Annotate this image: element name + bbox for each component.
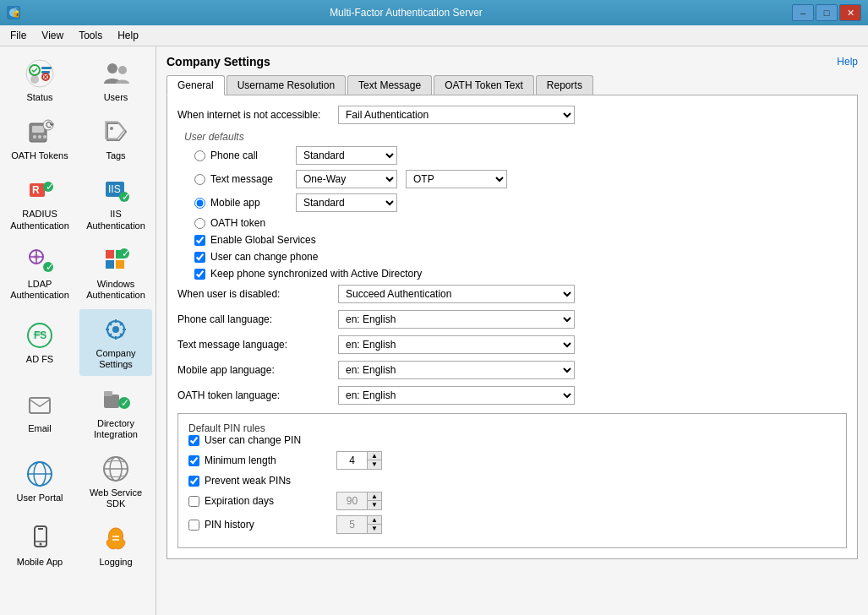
user-can-change-pin-checkbox[interactable] <box>188 435 199 446</box>
tab-oath-token-text[interactable]: OATH Token Text <box>434 75 534 95</box>
svg-text:✓: ✓ <box>121 397 129 409</box>
text-message-radio[interactable] <box>194 174 205 185</box>
text-message-row: Text message One-Way Two-Way OTP PIN+OTP… <box>194 170 847 188</box>
minimum-length-input[interactable] <box>336 451 367 470</box>
pin-history-label: PIN history <box>205 519 331 531</box>
oath-token-radio[interactable] <box>194 218 205 229</box>
expiration-days-spinbox: ▲ ▼ <box>336 492 382 510</box>
user-defaults-label: User defaults <box>184 131 244 143</box>
mobile-app-select[interactable]: Standard Custom <box>296 193 397 212</box>
pin-history-input[interactable] <box>336 515 367 534</box>
mobile-app-language-select[interactable]: en: English fr: French de: German es: Sp… <box>338 361 575 379</box>
svg-text:✓: ✓ <box>46 181 54 193</box>
prevent-weak-pins-label: Prevent weak PINs <box>205 475 291 487</box>
sidebar-item-ldap[interactable]: ✓ LDAP Authentication <box>3 240 76 306</box>
pin-history-down-arrow[interactable]: ▼ <box>368 525 381 533</box>
phone-call-language-row: Phone call language: en: English fr: Fre… <box>177 310 847 329</box>
oath-token-language-label: OATH token language: <box>177 389 338 401</box>
sidebar-item-websdk[interactable]: Web Service SDK <box>79 449 152 514</box>
tags-icon <box>101 117 131 147</box>
directory-icon: ✓ <box>101 384 131 415</box>
expiration-days-up-arrow[interactable]: ▲ <box>368 493 381 501</box>
internet-not-accessible-row: When internet is not accessible: Fail Au… <box>177 106 847 124</box>
restore-button[interactable]: □ <box>816 4 838 21</box>
internet-not-accessible-select[interactable]: Fail Authentication Succeed Authenticati… <box>338 106 575 124</box>
phone-call-radio[interactable] <box>194 150 205 161</box>
pin-rules-label: Default PIN rules <box>188 422 265 434</box>
keep-phone-synced-checkbox[interactable] <box>194 269 205 280</box>
close-button[interactable]: ✕ <box>839 4 861 21</box>
sidebar-item-radius-label: RADIUS Authentication <box>7 209 73 231</box>
sidebar-item-tags[interactable]: Tags <box>79 112 152 166</box>
sidebar-item-email-label: Email <box>28 423 52 434</box>
user-can-change-phone-checkbox[interactable] <box>194 252 205 263</box>
text-message-mode-select[interactable]: One-Way Two-Way <box>296 170 397 188</box>
sidebar-item-mobile-label: Mobile App <box>17 557 63 568</box>
svg-point-16 <box>43 135 46 139</box>
help-link[interactable]: Help <box>837 56 858 68</box>
svg-rect-44 <box>104 395 119 408</box>
menu-tools[interactable]: Tools <box>72 27 109 44</box>
sidebar-item-status[interactable]: Status <box>3 53 76 108</box>
text-message-type-select[interactable]: OTP PIN+OTP Custom <box>406 170 507 188</box>
pin-history-checkbox[interactable] <box>188 520 199 531</box>
minimize-button[interactable]: – <box>792 4 814 21</box>
user-defaults-group: Phone call Standard Custom Text message <box>194 146 847 229</box>
prevent-weak-pins-checkbox[interactable] <box>188 476 199 487</box>
expiration-days-checkbox[interactable] <box>188 496 199 507</box>
ldap-icon: ✓ <box>25 245 55 275</box>
sidebar-item-windows[interactable]: ✓ Windows Authentication <box>79 240 152 306</box>
sidebar-item-oath-label: OATH Tokens <box>11 150 68 161</box>
text-message-label: Text message <box>210 173 291 185</box>
pin-history-up-arrow[interactable]: ▲ <box>368 516 381 525</box>
window-title: Multi-Factor Authentication Server <box>20 7 792 19</box>
tabs: General Username Resolution Text Message… <box>167 75 858 95</box>
tab-reports[interactable]: Reports <box>536 75 593 95</box>
email-icon <box>25 389 55 420</box>
keep-phone-synced-label: Keep phone synchronized with Active Dire… <box>210 268 422 280</box>
sidebar-item-mobile[interactable]: Mobile App <box>3 518 76 573</box>
oath-token-row: OATH token <box>194 217 847 229</box>
expiration-days-input[interactable] <box>336 492 367 510</box>
sidebar-item-portal[interactable]: User Portal <box>3 449 76 514</box>
sidebar-item-adfs[interactable]: FS AD FS <box>3 309 76 375</box>
tab-text-message[interactable]: Text Message <box>347 75 432 95</box>
minimum-length-checkbox[interactable] <box>188 455 199 466</box>
menu-help[interactable]: Help <box>111 27 145 44</box>
sidebar-item-users-label: Users <box>104 92 128 103</box>
sidebar-item-radius[interactable]: R ✓ RADIUS Authentication <box>3 170 76 236</box>
minimum-length-up-arrow[interactable]: ▲ <box>368 452 381 460</box>
mobile-app-radio[interactable] <box>194 198 205 209</box>
sidebar-item-email[interactable]: Email <box>3 379 76 445</box>
sidebar-item-iis[interactable]: IIS ✓ IIS Authentication <box>79 170 152 236</box>
sidebar-item-users[interactable]: Users <box>79 53 152 108</box>
app-icon: 🔒 <box>7 6 20 19</box>
user-can-change-pin-label: User can change PIN <box>205 434 301 446</box>
minimum-length-down-arrow[interactable]: ▼ <box>368 460 381 469</box>
mobile-app-language-row: Mobile app language: en: English fr: Fre… <box>177 361 847 379</box>
minimum-length-row: Minimum length ▲ ▼ <box>188 451 836 470</box>
enable-global-services-checkbox[interactable] <box>194 235 205 246</box>
phone-call-select[interactable]: Standard Custom <box>296 146 397 165</box>
svg-point-19 <box>110 127 113 130</box>
menu-bar: File View Tools Help <box>0 25 868 46</box>
tab-username-resolution[interactable]: Username Resolution <box>227 75 346 95</box>
expiration-days-down-arrow[interactable]: ▼ <box>368 501 381 509</box>
phone-call-language-select[interactable]: en: English fr: French de: German es: Sp… <box>338 310 575 329</box>
text-message-language-select[interactable]: en: English fr: French de: German es: Sp… <box>338 335 575 354</box>
iis-icon: IIS ✓ <box>101 175 131 205</box>
menu-view[interactable]: View <box>35 27 70 44</box>
when-user-disabled-select[interactable]: Succeed Authentication Fail Authenticati… <box>338 285 575 303</box>
minimum-length-label: Minimum length <box>205 454 331 466</box>
oath-token-label: OATH token <box>210 217 291 229</box>
tab-general[interactable]: General <box>167 75 225 95</box>
portal-icon <box>25 459 55 489</box>
pin-history-spinbox: ▲ ▼ <box>336 515 382 534</box>
menu-file[interactable]: File <box>3 27 33 44</box>
sidebar-item-directory[interactable]: ✓ Directory Integration <box>79 379 152 445</box>
expiration-days-label: Expiration days <box>205 495 331 507</box>
sidebar-item-company[interactable]: Company Settings <box>79 309 152 375</box>
sidebar-item-logging[interactable]: Logging <box>79 518 152 573</box>
sidebar-item-oath-tokens[interactable]: ⟳ OATH Tokens <box>3 112 76 166</box>
oath-token-language-select[interactable]: en: English fr: French de: German es: Sp… <box>338 386 575 405</box>
